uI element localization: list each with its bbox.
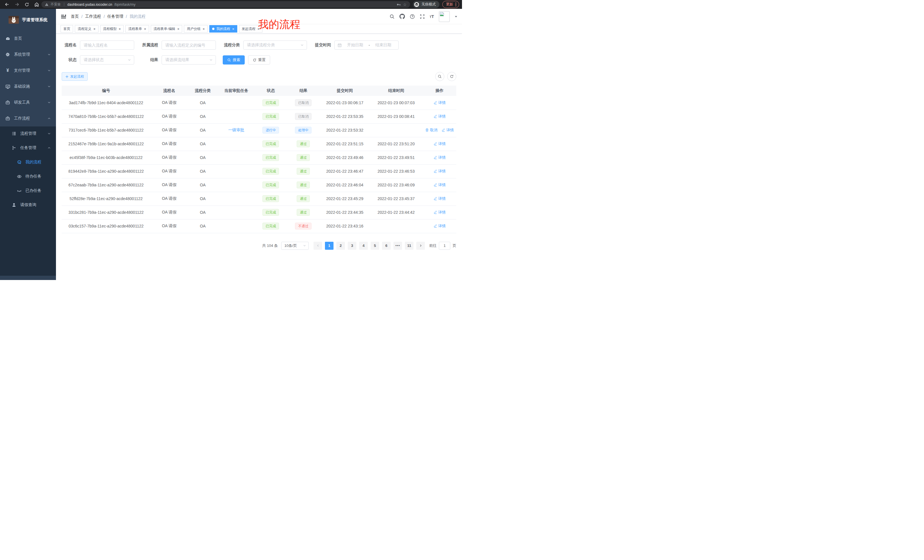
github-icon[interactable]: [399, 14, 405, 19]
tab-close-icon[interactable]: ×: [144, 27, 146, 31]
avatar-caret-icon[interactable]: [454, 15, 458, 18]
current-task-link[interactable]: 一级审批: [228, 127, 244, 132]
breadcrumb-item[interactable]: 工作流程: [85, 14, 101, 19]
bookmark-star-icon[interactable]: ☆: [403, 3, 406, 7]
column-header: 操作: [423, 85, 456, 96]
cell-category: OA: [188, 109, 218, 123]
reset-button[interactable]: 重置: [248, 55, 270, 64]
status-select[interactable]: 请选择状态: [80, 55, 134, 64]
action-detail-link[interactable]: 详情: [434, 196, 446, 201]
browser-reload-icon[interactable]: [24, 2, 29, 7]
sidebar-item-home[interactable]: 首页: [0, 30, 56, 46]
action-detail-link[interactable]: 详情: [441, 127, 454, 133]
header-search-icon[interactable]: [390, 14, 394, 19]
cell-result: 通过: [286, 192, 320, 205]
pagination-goto-input[interactable]: [439, 242, 450, 250]
browser-menu-icon[interactable]: [455, 3, 456, 6]
tab-process-form[interactable]: 流程表单×: [125, 25, 149, 33]
action-detail-link[interactable]: 详情: [434, 155, 446, 160]
pagination-prev-button[interactable]: [314, 242, 322, 250]
tab-process-definition[interactable]: 流程定义×: [75, 25, 99, 33]
action-detail-link[interactable]: 详情: [434, 169, 446, 174]
search-button[interactable]: 搜索: [223, 55, 245, 64]
pagination-page-11[interactable]: 11: [405, 242, 414, 250]
action-detail-link[interactable]: 详情: [434, 100, 446, 105]
sidebar-item-leave-query[interactable]: 请假查询: [0, 198, 56, 212]
reset-button-label: 重置: [258, 57, 266, 63]
action-detail-link[interactable]: 详情: [434, 141, 446, 147]
hamburger-icon[interactable]: [60, 14, 66, 19]
table-row: 03c6c157-7b9a-11ec-a290-acde48001122OA 请…: [62, 219, 456, 233]
action-label: 详情: [438, 223, 446, 229]
sidebar-item-label: 请假查询: [20, 202, 51, 208]
status-tag: 已完成: [262, 223, 279, 229]
sidebar-item-infrastructure[interactable]: 基础设施: [0, 78, 56, 94]
tab-home[interactable]: 首页: [60, 25, 73, 33]
avatar[interactable]: [439, 11, 450, 22]
sidebar-item-workflow[interactable]: 工作流程: [0, 111, 56, 126]
parent-process-input[interactable]: [162, 40, 216, 49]
cell-status: 已完成: [255, 178, 286, 192]
refresh-table-button[interactable]: [447, 72, 456, 81]
pagination-page-5[interactable]: 5: [370, 242, 379, 250]
browser-forward-icon[interactable]: [15, 2, 20, 7]
tab-process-form-edit[interactable]: 流程表单-编辑×: [151, 25, 183, 33]
tab-process-model[interactable]: 流程模型×: [100, 25, 124, 33]
address-bar[interactable]: 不安全 dashboard.yudao.iocoder.cn/bpm/task/…: [41, 1, 410, 8]
sidebar-item-task-management[interactable]: 任务管理: [0, 141, 56, 155]
sidebar-item-done-task[interactable]: 已办任务: [0, 184, 56, 198]
help-icon[interactable]: [410, 14, 415, 19]
category-select[interactable]: 请选择流程分类: [243, 40, 307, 49]
font-size-icon[interactable]: TT: [430, 14, 434, 19]
browser-home-icon[interactable]: [34, 2, 39, 7]
pagination-page-1[interactable]: 1: [325, 242, 333, 250]
cell-end-time: [369, 219, 423, 233]
cell-submit-time: 2022-01-22 23:45:29: [320, 192, 369, 205]
breadcrumb-item[interactable]: 首页: [71, 14, 79, 19]
table-toolbar: 发起流程: [62, 72, 456, 81]
screen: 不安全 dashboard.yudao.iocoder.cn/bpm/task/…: [0, 0, 462, 280]
browser-back-icon[interactable]: [4, 2, 9, 7]
pagination-page-3[interactable]: 3: [348, 242, 356, 250]
sidebar-item-dev-tools[interactable]: 研发工具: [0, 94, 56, 111]
action-detail-link[interactable]: 详情: [434, 223, 446, 229]
start-process-button[interactable]: 发起流程: [62, 72, 88, 81]
password-key-icon[interactable]: [396, 2, 401, 7]
page-size-select[interactable]: 10条/页: [281, 242, 309, 250]
pagination-more-button[interactable]: •••: [393, 242, 402, 250]
pagination-page-4[interactable]: 4: [359, 242, 368, 250]
breadcrumb-item[interactable]: 任务管理: [107, 14, 123, 19]
table-row: 3ad174fb-7b9d-11ec-8404-acde48001122OA 请…: [62, 96, 456, 109]
action-cancel-link[interactable]: 取消: [425, 127, 438, 133]
action-detail-link[interactable]: 详情: [434, 210, 446, 215]
sidebar-item-system-management[interactable]: 系统管理: [0, 46, 56, 63]
pagination-page-2[interactable]: 2: [336, 242, 345, 250]
sidebar-item-process-management[interactable]: 流程管理: [0, 126, 56, 141]
sidebar-item-my-process[interactable]: 我的流程: [0, 155, 56, 169]
tab-close-icon[interactable]: ×: [202, 27, 205, 31]
sidebar-item-label: 任务管理: [20, 145, 47, 150]
tab-close-icon[interactable]: ×: [177, 27, 180, 31]
submit-time-range-picker[interactable]: 开始日期 - 结束日期: [334, 40, 399, 49]
cell-submit-time: 2022-01-22 23:44:35: [320, 205, 369, 219]
show-search-toggle-button[interactable]: [435, 72, 444, 81]
tab-close-icon[interactable]: ×: [93, 27, 96, 31]
tab-my-process[interactable]: 我的流程×: [209, 25, 237, 33]
browser-update-button[interactable]: 更新: [442, 1, 459, 8]
result-select[interactable]: 请选择流结果: [162, 55, 216, 64]
sidebar-item-todo-task[interactable]: 待办任务: [0, 169, 56, 184]
action-detail-link[interactable]: 详情: [434, 114, 446, 119]
pagination-next-button[interactable]: [416, 242, 425, 250]
tab-label: 首页: [63, 27, 70, 31]
tab-user-group[interactable]: 用户分组×: [184, 25, 208, 33]
tab-close-icon[interactable]: ×: [119, 27, 121, 31]
cell-actions: 详情: [423, 109, 456, 123]
fullscreen-icon[interactable]: [420, 14, 425, 19]
tab-active-dot: [212, 28, 214, 30]
action-detail-link[interactable]: 详情: [434, 183, 446, 187]
app-logo-row[interactable]: 芋道管理系统: [0, 9, 56, 30]
tab-close-icon[interactable]: ×: [232, 27, 234, 31]
sidebar-item-payment-management[interactable]: ¥支付管理: [0, 63, 56, 78]
pagination-page-6[interactable]: 6: [382, 242, 391, 250]
process-name-input[interactable]: [80, 40, 134, 49]
